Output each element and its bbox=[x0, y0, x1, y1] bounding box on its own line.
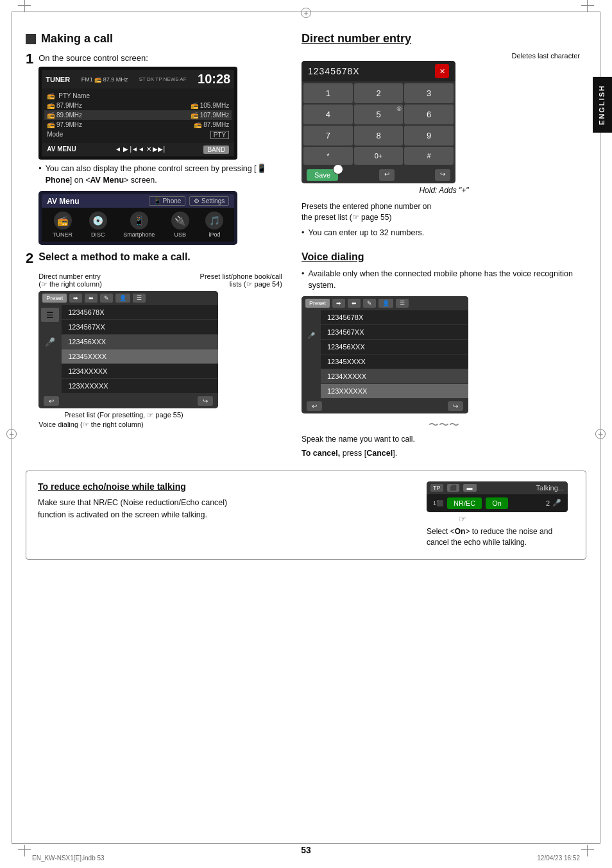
voice-dialing-screen: Preset ➡ ⬅ ✎ 👤 ☰ 🎤 12345678X 1234567XX 1… bbox=[302, 296, 468, 413]
voice-forward-btn[interactable]: ↪ bbox=[448, 401, 463, 411]
preset-item-0[interactable]: 12345678X bbox=[62, 305, 218, 320]
preset-tab-active[interactable]: Preset bbox=[42, 294, 67, 303]
keypad-btn-3[interactable]: 3 bbox=[404, 83, 454, 103]
keypad-save-btn[interactable]: Save ② bbox=[307, 169, 338, 181]
keypad-btn-6[interactable]: 6 bbox=[404, 104, 454, 124]
voice-item-3[interactable]: 12345XXXX bbox=[321, 355, 468, 369]
av-icon-tuner[interactable]: 📻 TUNER bbox=[53, 212, 72, 238]
voice-tab-3[interactable]: ⬅ bbox=[348, 299, 361, 308]
voice-body: 🎤 12345678X 1234567XX 123456XXX 12345XXX… bbox=[302, 310, 468, 399]
tuner-time: 10:28 bbox=[198, 72, 230, 87]
preset-tab-4[interactable]: ✎ bbox=[100, 294, 113, 303]
keypad-btn-0[interactable]: 0+ bbox=[354, 147, 404, 165]
av-icon-disc[interactable]: 💿 DISC bbox=[89, 212, 107, 238]
usb-label: USB bbox=[174, 231, 187, 238]
keypad-btn-2[interactable]: 2 bbox=[354, 83, 404, 103]
voice-mic-icon[interactable]: 🎤 bbox=[307, 332, 315, 339]
keypad-btn-1[interactable]: 1 bbox=[303, 83, 353, 103]
keypad-btn-hash[interactable]: # bbox=[404, 147, 454, 165]
keypad-btn-star[interactable]: * bbox=[303, 147, 353, 165]
voice-item-4[interactable]: 1234XXXXX bbox=[321, 369, 468, 384]
voice-header: Preset ➡ ⬅ ✎ 👤 ☰ bbox=[302, 296, 468, 310]
tuner-band: BAND bbox=[203, 146, 229, 154]
av-icon-smartphone[interactable]: 📱 Smartphone bbox=[123, 212, 155, 238]
keypad-btn-9[interactable]: 9 bbox=[404, 126, 454, 146]
preset-item-4[interactable]: 1234XXXXX bbox=[62, 364, 218, 379]
tuner-header: TUNER FM1 📻 87.9 MHz ST DX TP NEWS AF 10… bbox=[42, 70, 234, 88]
keypad-forward-btn[interactable]: ↪ bbox=[435, 169, 450, 181]
hold-note: Hold: Adds "+" bbox=[302, 186, 586, 195]
tuner-footer: AV MENU ◄ ▶ |◄◄ ✕ ▶▶| BAND bbox=[42, 143, 234, 156]
annotation-voice: Voice dialing (☞ the right column) bbox=[38, 421, 282, 429]
keypad-delete-btn[interactable]: ✕ bbox=[435, 64, 449, 78]
preset-grid-icon[interactable]: ☰ bbox=[41, 308, 59, 322]
nrec-btn[interactable]: NR/EC bbox=[447, 497, 482, 509]
preset-tab-2[interactable]: ➡ bbox=[69, 294, 82, 303]
keypad-grid: 1 2 3 4 ①5 6 7 8 9 * 0+ # bbox=[302, 81, 455, 167]
annotation-preset-bottom: Preset list (For presetting, ☞ page 55) bbox=[64, 411, 282, 419]
echo-box-left: To reduce echo/noise while talking Make … bbox=[38, 481, 414, 521]
voice-item-0[interactable]: 12345678X bbox=[321, 310, 468, 325]
keypad-btn-4[interactable]: 4 bbox=[303, 104, 353, 124]
keypad-back-btn[interactable]: ↩ bbox=[379, 169, 395, 181]
preset-item-5[interactable]: 123XXXXXX bbox=[62, 379, 218, 394]
step-2-text: Select a method to make a call. bbox=[38, 251, 282, 263]
av-icon-usb[interactable]: 🔌 USB bbox=[171, 212, 189, 238]
voice-back-btn[interactable]: ↩ bbox=[307, 401, 322, 411]
av-icon-ipod[interactable]: 🎵 iPod bbox=[205, 212, 223, 238]
preset-note: Presets the entered phone number on the … bbox=[302, 201, 586, 223]
voice-tab-5[interactable]: 👤 bbox=[378, 299, 393, 308]
tuner-pty-label: PTY bbox=[210, 131, 229, 139]
preset-tab-5[interactable]: 👤 bbox=[115, 294, 130, 303]
tuner-freq-right-2: 📻 87.9MHz bbox=[194, 121, 229, 128]
keypad-screen: 12345678X ✕ 1 2 3 4 ①5 6 7 8 9 bbox=[302, 61, 455, 183]
tuner-freq-left-2: 📻 97.9MHz bbox=[47, 121, 82, 128]
preset-call-screen: Preset ➡ ⬅ ✎ 👤 ☰ ☰ 🎤 bbox=[38, 291, 218, 408]
preset-item-3[interactable]: 12345XXXX bbox=[62, 349, 218, 364]
preset-back-btn[interactable]: ↩ bbox=[44, 396, 59, 406]
step-2-number: 2 bbox=[26, 251, 33, 265]
av-menu-header: AV Menu 📱 Phone ⚙ Settings bbox=[42, 194, 234, 208]
voice-tab-4[interactable]: ✎ bbox=[363, 299, 376, 308]
voice-item-2[interactable]: 123456XXX bbox=[321, 340, 468, 355]
voice-item-1[interactable]: 1234567XX bbox=[321, 325, 468, 340]
keypad-number-display: 12345678X bbox=[308, 66, 360, 76]
voice-tab-preset[interactable]: Preset bbox=[305, 299, 330, 308]
tab-phone[interactable]: 📱 Phone bbox=[149, 196, 186, 206]
preset-left-panel: ☰ 🎤 bbox=[38, 305, 62, 394]
tuner-mode: Mode bbox=[47, 131, 63, 139]
ipod-label: iPod bbox=[208, 231, 220, 238]
preset-item-2[interactable]: 123456XXX bbox=[62, 335, 218, 349]
bullet-phone-text: You can also display the phone control s… bbox=[46, 163, 282, 186]
on-btn[interactable]: On bbox=[486, 497, 508, 509]
tuner-freq-left-0: 📻 87.9MHz bbox=[47, 102, 82, 109]
voice-item-5[interactable]: 123XXXXXX bbox=[321, 384, 468, 399]
page-number: 53 bbox=[301, 845, 311, 855]
page-content: Making a call 1 On the source control sc… bbox=[26, 26, 586, 833]
preset-tab-6[interactable]: ☰ bbox=[133, 294, 146, 303]
preset-mic-icon[interactable]: 🎤 bbox=[45, 337, 55, 347]
ipod-icon: 🎵 bbox=[205, 212, 223, 230]
direct-number-heading: Direct number entry bbox=[302, 32, 586, 46]
preset-list: 12345678X 1234567XX 123456XXX 12345XXXX … bbox=[62, 305, 218, 394]
preset-tab-3[interactable]: ⬅ bbox=[85, 294, 98, 303]
keypad-btn-7[interactable]: 7 bbox=[303, 126, 353, 146]
tuner-av-menu: AV MENU bbox=[47, 146, 76, 154]
corner-mark bbox=[587, 845, 588, 856]
voice-tab-6[interactable]: ☰ bbox=[396, 299, 409, 308]
bullet-voice-text: Available only when the connected mobile… bbox=[308, 268, 586, 291]
preset-forward-btn[interactable]: ↪ bbox=[198, 396, 213, 406]
annotation-preset-label: Preset list/phone book/call bbox=[200, 272, 282, 280]
tuner-controls: ◄ ▶ |◄◄ ✕ ▶▶| bbox=[115, 146, 165, 154]
smartphone-icon: 📱 bbox=[130, 212, 148, 230]
preset-body: ☰ 🎤 12345678X 1234567XX 123456XXX 12345X… bbox=[38, 305, 218, 394]
voice-tab-2[interactable]: ➡ bbox=[332, 299, 345, 308]
preset-item-1[interactable]: 1234567XX bbox=[62, 320, 218, 335]
smartphone-label: Smartphone bbox=[123, 231, 155, 238]
preset-footer: ↩ ↪ bbox=[38, 394, 218, 408]
tab-settings[interactable]: ⚙ Settings bbox=[189, 196, 229, 206]
annotation-preset: Preset list/phone book/call lists (☞ pag… bbox=[200, 272, 282, 288]
keypad-btn-5[interactable]: ①5 bbox=[354, 104, 404, 124]
keypad-btn-8[interactable]: 8 bbox=[354, 126, 404, 146]
corner-mark bbox=[587, 0, 588, 12]
